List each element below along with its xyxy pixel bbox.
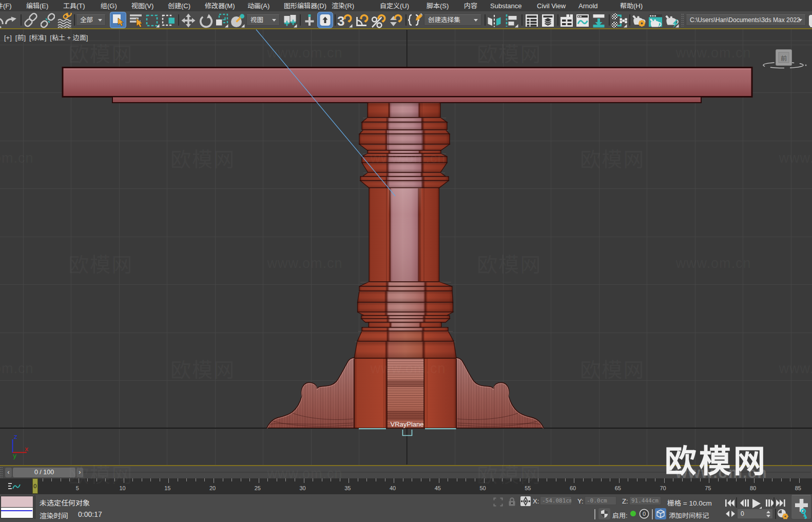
snaps-toggle-button[interactable]: 3	[337, 13, 353, 30]
viewcube[interactable]: 前	[763, 50, 807, 68]
keyboard-shortcut-override-button[interactable]	[317, 12, 333, 30]
toolbar-separator	[485, 14, 486, 26]
mirror-button[interactable]	[487, 13, 502, 30]
menu-item-13[interactable]: Substance	[490, 0, 521, 11]
trackbar-tick	[781, 478, 782, 481]
menu-item-2[interactable]: 工具(T)	[63, 0, 85, 11]
angle-snap-toggle-button[interactable]	[354, 13, 370, 30]
blue-spline[interactable]	[256, 30, 395, 197]
macro-recorder-field[interactable]	[1, 496, 33, 507]
render-setup-button[interactable]	[631, 13, 647, 30]
select-and-move-button[interactable]	[181, 13, 196, 30]
render-production-button[interactable]	[664, 13, 680, 30]
toggle-scene-explorer-button[interactable]	[524, 13, 539, 30]
selection-lock-icon[interactable]	[508, 497, 516, 509]
menu-item-3[interactable]: 组(G)	[101, 0, 117, 11]
table-model[interactable]	[63, 68, 752, 429]
menu-item-7[interactable]: 动画(A)	[247, 0, 269, 11]
select-and-scale-button[interactable]	[214, 13, 229, 30]
menu-item-9[interactable]: 渲染(R)	[332, 0, 354, 11]
menu-item-1[interactable]: 编辑(E)	[26, 0, 48, 11]
time-slider-grip[interactable]	[0, 467, 3, 478]
current-frame-field[interactable]: 0	[737, 509, 773, 519]
edit-named-selection-sets-button[interactable]	[408, 13, 422, 30]
menu-item-6[interactable]: 修改器(M)	[205, 0, 235, 11]
safe-scene-shield-icon[interactable]	[598, 508, 610, 519]
select-object-button[interactable]	[110, 12, 126, 30]
y-coordinate-field[interactable]: -0.0cm	[585, 496, 616, 505]
time-slider-track[interactable]	[82, 472, 811, 473]
listener-splitter[interactable]	[34, 495, 35, 519]
viewport-pov-menu[interactable]: [前]	[15, 34, 26, 42]
key-mode-toggle[interactable]	[725, 510, 736, 519]
select-and-link-button[interactable]	[24, 13, 38, 30]
absolute-mode-toggle[interactable]	[520, 496, 531, 506]
viewport-shading-menu[interactable]: [粘土 + 边面]	[50, 34, 88, 42]
toolbar-drag-handle[interactable]	[681, 13, 684, 27]
trackbar-tick	[466, 478, 466, 481]
trackbar-tick	[430, 478, 430, 481]
material-editor-button[interactable]	[611, 13, 628, 30]
add-time-tag[interactable]: 添加时间标记	[669, 510, 709, 520]
svg-text:0: 0	[643, 511, 646, 517]
named-selection-sets-dropdown[interactable]: 创建选择集	[424, 14, 481, 26]
axis-y-label: y	[13, 452, 17, 459]
menu-item-4[interactable]: 视图(V)	[131, 0, 153, 11]
isolate-selection-icon[interactable]	[493, 497, 503, 509]
vrayplane-gizmo[interactable]	[359, 429, 456, 435]
menu-item-16[interactable]: 帮助(H)	[620, 0, 643, 11]
trackbar-tick	[51, 478, 52, 481]
menu-item-8[interactable]: 图形编辑器(D)	[284, 0, 326, 11]
select-and-place-button[interactable]	[230, 13, 245, 30]
spinner-snap-toggle-button[interactable]	[388, 13, 403, 30]
window-crossing-toggle-button[interactable]	[161, 13, 177, 30]
unlink-selection-button[interactable]	[41, 13, 55, 30]
menu-file[interactable]: 件(F)	[0, 0, 12, 11]
schematic-view-button[interactable]	[591, 13, 606, 30]
reference-coordinate-system-dropdown[interactable]: 视图	[246, 14, 280, 26]
trackbar-tick	[619, 478, 620, 483]
track-bar[interactable]: 510152025303540455055606570758085 0	[0, 478, 812, 494]
maxscript-mini-listener[interactable]	[1, 507, 33, 518]
current-frame-marker[interactable]: 0	[32, 478, 38, 494]
align-button[interactable]	[504, 13, 519, 30]
menu-item-5[interactable]: 创建(C)	[168, 0, 190, 11]
menu-item-10[interactable]: 自定义(U)	[380, 0, 409, 11]
menu-item-15[interactable]: Arnold	[578, 0, 598, 11]
percent-snap-toggle-button[interactable]	[371, 13, 386, 30]
x-coordinate-field[interactable]: -54.081cm	[540, 496, 572, 505]
select-by-name-button[interactable]	[128, 13, 144, 30]
selection-filter-dropdown[interactable]: 全部	[76, 14, 106, 26]
project-folder-dropdown[interactable]: C:\Users\Han\Documents\3ds Max 2022	[686, 14, 806, 26]
redo-button[interactable]	[4, 13, 17, 30]
viewport-general-menu[interactable]: [+]	[4, 34, 12, 42]
mini-curve-editor-icon[interactable]	[7, 481, 22, 494]
toggle-ribbon-button[interactable]	[559, 13, 574, 30]
select-and-rotate-button[interactable]	[198, 13, 213, 30]
rendered-frame-window-button[interactable]	[648, 13, 663, 30]
frame-spinner[interactable]	[766, 510, 771, 520]
trackbar-frame-number: 15	[164, 485, 170, 491]
z-coordinate-field[interactable]: 91.444cm	[629, 496, 661, 505]
previous-frame-arrow-button[interactable]: ‹	[5, 468, 12, 477]
viewport-standard-menu[interactable]: [标准]	[29, 34, 46, 42]
bind-to-space-warp-button[interactable]	[57, 13, 72, 30]
menu-item-14[interactable]: Civil View	[537, 0, 566, 11]
go-to-start-button[interactable]	[725, 498, 735, 510]
toggle-layer-explorer-button[interactable]	[540, 13, 555, 30]
menu-item-11[interactable]: 脚本(S)	[427, 0, 449, 11]
trackbar-frame-number: 50	[479, 485, 486, 491]
notification-count-button[interactable]: 0	[639, 509, 649, 521]
time-tag-cube-icon[interactable]	[655, 508, 666, 519]
time-configuration-button[interactable]	[777, 509, 789, 522]
select-and-manipulate-button[interactable]	[302, 13, 317, 30]
time-slider-handle[interactable]: 0 / 100	[13, 468, 75, 477]
viewport-front[interactable]: VRayPlane 前 z x y [+][前][标准][粘土 + 边面]	[0, 29, 812, 465]
next-frame-arrow-button[interactable]: ›	[76, 468, 83, 477]
workspace-partial-button[interactable]	[808, 13, 812, 30]
rectangular-selection-region-button[interactable]	[145, 13, 160, 30]
menu-item-12[interactable]: 内容	[464, 0, 477, 11]
curve-editor-button[interactable]	[575, 13, 590, 30]
set-key-button[interactable]	[791, 495, 811, 519]
use-pivot-point-center-button[interactable]	[282, 13, 298, 30]
